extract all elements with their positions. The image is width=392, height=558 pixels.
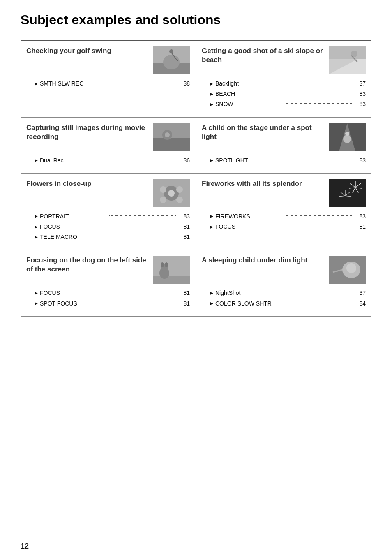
svg-point-20	[168, 190, 175, 197]
link-label: PORTRAIT	[40, 211, 107, 222]
link-page-number: 81	[178, 288, 190, 298]
title-baby: A sleeping child under dim light	[202, 256, 325, 265]
links-ski: Backlight37BEACH83SNOW83	[202, 79, 366, 110]
link-dots	[109, 236, 176, 236]
image-dog	[153, 256, 190, 284]
link-page-number: 81	[354, 222, 366, 232]
cell-spotlight: A child on the stage under a spot light …	[196, 118, 371, 174]
cell-fireworks: Fireworks with all its splendor FIREWORK…	[196, 174, 371, 250]
svg-point-2	[163, 55, 180, 69]
list-item[interactable]: SPOT FOCUS81	[35, 299, 190, 309]
link-label: BEACH	[215, 89, 282, 99]
title-flowers: Flowers in close-up	[26, 179, 149, 188]
list-item[interactable]: SNOW83	[210, 99, 366, 109]
title-ski: Getting a good shot of a ski slope or be…	[202, 46, 325, 65]
title-spotlight: A child on the stage under a spot light	[202, 123, 325, 141]
cell-flowers: Flowers in close-up PORTRAIT83FOCUS81TEL…	[21, 174, 196, 250]
svg-point-42	[161, 262, 164, 267]
title-movie: Capturing still images during movie reco…	[26, 123, 149, 141]
list-item[interactable]: COLOR SLOW SHTR84	[210, 299, 366, 309]
link-dots	[109, 226, 176, 226]
cell-golf: Checking your golf swing SMTH SLW REC38	[21, 41, 196, 118]
link-label: FOCUS	[40, 222, 107, 232]
link-page-number: 38	[178, 79, 190, 89]
link-page-number: 81	[178, 222, 190, 232]
cell-dog: Focusing on the dog on the left side of …	[21, 250, 196, 316]
svg-point-4	[169, 49, 173, 53]
link-page-number: 84	[354, 299, 366, 309]
cell-baby: A sleeping child under dim light NightSh…	[196, 250, 371, 316]
link-label: FIREWORKS	[215, 211, 282, 222]
svg-point-16	[343, 135, 351, 143]
svg-point-17	[345, 132, 349, 136]
link-label: NightShot	[215, 288, 282, 298]
link-page-number: 83	[354, 211, 366, 222]
link-label: SNOW	[215, 99, 282, 109]
svg-point-46	[346, 263, 356, 273]
link-label: Backlight	[215, 79, 282, 89]
link-dots	[285, 160, 352, 160]
link-dots	[109, 303, 176, 303]
link-label: SPOT FOCUS	[40, 299, 107, 309]
svg-point-13	[165, 132, 170, 137]
link-page-number: 83	[354, 89, 366, 99]
list-item[interactable]: PORTRAIT83	[35, 211, 190, 222]
link-label: FOCUS	[40, 288, 107, 298]
link-dots	[285, 83, 352, 83]
link-label: SPOTLIGHT	[215, 155, 282, 166]
links-baby: NightShot37COLOR SLOW SHTR84	[202, 288, 366, 308]
link-label: TELE MACRO	[40, 232, 107, 242]
link-dots	[285, 93, 352, 93]
image-fireworks	[329, 179, 366, 207]
svg-point-22	[176, 186, 183, 193]
link-page-number: 37	[354, 288, 366, 298]
image-golf	[153, 46, 190, 74]
link-page-number: 36	[178, 155, 190, 166]
link-dots	[285, 226, 352, 226]
link-dots	[109, 83, 176, 83]
links-flowers: PORTRAIT83FOCUS81TELE MACRO81	[26, 211, 190, 243]
title-fireworks: Fireworks with all its splendor	[202, 179, 325, 188]
link-page-number: 83	[354, 155, 366, 166]
image-baby	[329, 256, 366, 284]
page-title: Subject examples and solutions	[21, 12, 371, 28]
list-item[interactable]: Backlight37	[210, 79, 366, 89]
image-spotlight	[329, 123, 366, 151]
page-number: 12	[21, 542, 29, 551]
list-item[interactable]: Dual Rec36	[35, 155, 190, 166]
links-dog: FOCUS81SPOT FOCUS81	[26, 288, 190, 308]
svg-rect-7	[329, 46, 366, 59]
list-item[interactable]: FIREWORKS83	[210, 211, 366, 222]
links-golf: SMTH SLW REC38	[26, 79, 190, 89]
link-dots	[285, 215, 352, 216]
link-dots	[285, 103, 352, 104]
list-item[interactable]: SMTH SLW REC38	[35, 79, 190, 89]
list-item[interactable]: BEACH83	[210, 89, 366, 99]
list-item[interactable]: FOCUS81	[35, 222, 190, 232]
list-item[interactable]: SPOTLIGHT83	[210, 155, 366, 166]
list-item[interactable]: NightShot37	[210, 288, 366, 298]
svg-point-43	[165, 262, 168, 267]
svg-rect-39	[153, 276, 190, 284]
list-item[interactable]: TELE MACRO81	[35, 232, 190, 242]
image-flowers	[153, 179, 190, 207]
link-page-number: 83	[178, 211, 190, 222]
link-dots	[109, 160, 176, 160]
links-fireworks: FIREWORKS83FOCUS81	[202, 211, 366, 232]
link-page-number: 81	[178, 299, 190, 309]
link-label: SMTH SLW REC	[40, 79, 107, 89]
image-movie	[153, 123, 190, 151]
link-page-number: 83	[354, 99, 366, 109]
link-label: COLOR SLOW SHTR	[215, 299, 282, 309]
cell-ski: Getting a good shot of a ski slope or be…	[196, 41, 371, 118]
list-item[interactable]: FOCUS81	[35, 288, 190, 298]
link-label: FOCUS	[215, 222, 282, 232]
list-item[interactable]: FOCUS81	[210, 222, 366, 232]
link-label: Dual Rec	[40, 155, 107, 166]
svg-rect-11	[153, 138, 190, 151]
links-spotlight: SPOTLIGHT83	[202, 155, 366, 166]
subject-grid: Checking your golf swing SMTH SLW REC38G…	[21, 40, 371, 317]
link-dots	[109, 215, 176, 216]
image-ski	[329, 46, 366, 74]
link-dots	[285, 292, 352, 292]
